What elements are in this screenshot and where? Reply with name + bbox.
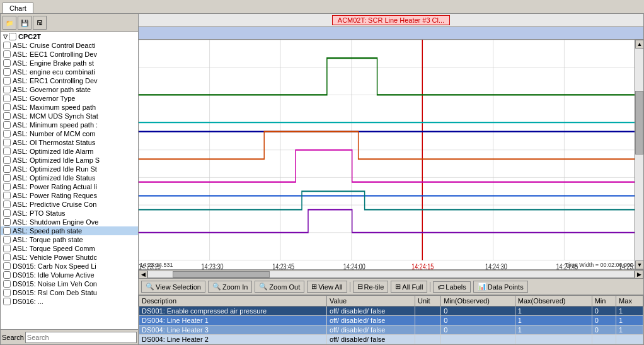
table-cell [415, 307, 441, 316]
h-scroll-left-btn[interactable]: ◀ [139, 270, 147, 279]
tree-item[interactable]: ASL: Vehicle Power Shutdc [1, 253, 138, 262]
tree-item-checkbox[interactable] [3, 86, 11, 93]
save-as-icon[interactable]: 🖫 [33, 16, 47, 30]
tree-item[interactable]: DS015: Idle Volume Active [1, 271, 138, 279]
tree-item-checkbox[interactable] [3, 227, 11, 235]
table-row[interactable]: DS004: Line Heater 3off/ disabled/ false… [139, 325, 643, 335]
tree-item[interactable]: ASL: EEC1 Controlling Dev [1, 50, 138, 59]
tree-item-checkbox[interactable] [3, 209, 11, 217]
tree-item[interactable]: ASL: Engine Brake path st [1, 59, 138, 67]
data-points-btn[interactable]: 📊 Data Points [473, 281, 528, 293]
search-input[interactable] [25, 332, 137, 343]
tree-item[interactable]: ASL: Torque Speed Comm [1, 244, 138, 253]
chart-tab[interactable]: Chart [3, 3, 33, 13]
tree-root[interactable]: ▽ CPC2T [1, 32, 138, 41]
view-all-btn[interactable]: ⊞ View All [307, 281, 347, 293]
tree-item-checkbox[interactable] [3, 183, 11, 190]
table-cell: 0 [592, 316, 616, 325]
tree-item-checkbox[interactable] [3, 201, 11, 208]
tree-item-checkbox[interactable] [3, 271, 11, 279]
v-scroll-thumb[interactable] [635, 91, 643, 155]
tree-item-checkbox[interactable] [3, 139, 11, 146]
tree-item-checkbox[interactable] [3, 103, 11, 111]
v-scrollbar[interactable]: ▲ ▼ [635, 40, 643, 269]
labels-btn[interactable]: 🏷 Labels [433, 281, 470, 293]
tree-item[interactable]: ASL: PTO Status [1, 209, 138, 218]
h-scroll-right-btn[interactable]: ▶ [635, 270, 643, 279]
view-selection-btn[interactable]: 🔍 View Selection [141, 281, 205, 293]
tree-item[interactable]: ASL: Optimized Idle Run St [1, 165, 138, 173]
tree-item[interactable]: ASL: Number of MCM com [1, 129, 138, 138]
v-scroll-down-btn[interactable]: ▼ [635, 260, 643, 269]
table-cell: 0 [441, 307, 515, 316]
tree-item[interactable]: DS015: Carb Nox Speed Li [1, 262, 138, 271]
tree-item[interactable]: ASL: Minimum speed path : [1, 120, 138, 129]
tree-item[interactable]: ASL: Power Rating Reques [1, 191, 138, 200]
tree-item-checkbox[interactable] [3, 245, 11, 252]
tree-item[interactable]: ASL: Speed path state [1, 226, 138, 235]
table-row[interactable]: DS004: Line Heater 2off/ disabled/ false [139, 335, 643, 344]
tree-item-checkbox[interactable] [3, 262, 11, 270]
root-checkbox[interactable] [9, 33, 16, 40]
tree-item[interactable]: ASL: Governor Type [1, 94, 138, 103]
tree-item-checkbox[interactable] [3, 298, 11, 305]
table-header-cell: Unit [415, 296, 441, 307]
tree-item-checkbox[interactable] [3, 112, 11, 120]
all-full-btn[interactable]: ⊞ All Full [391, 281, 427, 293]
tree-item[interactable]: DS015: Rsl Com Deb Statu [1, 288, 138, 297]
tree-item[interactable]: ASL: Torque path state [1, 235, 138, 244]
save-icon[interactable]: 💾 [18, 16, 32, 30]
tree-item[interactable]: ASL: Optimized Idle Lamp S [1, 156, 138, 165]
tree-item-checkbox[interactable] [3, 218, 11, 226]
h-scroll-thumb[interactable] [173, 271, 270, 278]
tree-item-checkbox[interactable] [3, 121, 11, 129]
zoom-out-icon: 🔍 [259, 283, 268, 291]
tree-item[interactable]: ASL: Optimized Idle Status [1, 173, 138, 182]
table-cell [592, 335, 616, 344]
h-scrollbar[interactable]: ◀ ▶ [139, 269, 643, 278]
chart-header-band [139, 27, 643, 40]
tree-item[interactable]: ASL: engine ecu combinati [1, 67, 138, 76]
tree-item[interactable]: ASL: OI Thermostat Status [1, 138, 138, 147]
tree-item-label: ASL: Speed path state [13, 227, 82, 235]
h-scroll-track[interactable] [147, 271, 635, 278]
tree-item[interactable]: DS015: Noise Lim Veh Con [1, 279, 138, 288]
tree-item[interactable]: ASL: Cruise Control Deacti [1, 41, 138, 50]
tree-item[interactable]: ASL: ERC1 Controlling Dev [1, 76, 138, 85]
table-row[interactable]: DS001: Enable compressed air pressureoff… [139, 307, 643, 316]
tree-item-checkbox[interactable] [3, 165, 11, 173]
tree-item[interactable]: ASL: Optimized Idle Alarm [1, 147, 138, 156]
tree-item-checkbox[interactable] [3, 156, 11, 164]
tree-item-checkbox[interactable] [3, 289, 11, 296]
zoom-out-btn[interactable]: 🔍 Zoom Out [255, 281, 304, 293]
tree-item-checkbox[interactable] [3, 77, 11, 85]
tree-item-checkbox[interactable] [3, 95, 11, 102]
tree-item-checkbox[interactable] [3, 68, 11, 76]
tree-item[interactable]: ASL: Governor path state [1, 85, 138, 94]
tree-item-checkbox[interactable] [3, 192, 11, 199]
zoom-in-btn[interactable]: 🔍 Zoom In [208, 281, 252, 293]
tree-item-checkbox[interactable] [3, 42, 11, 49]
tree-item[interactable]: ASL: Power Rating Actual li [1, 182, 138, 191]
tree-item[interactable]: ASL: Shutdown Engine Ove [1, 218, 138, 226]
tree-item-checkbox[interactable] [3, 174, 11, 182]
tree-item-checkbox[interactable] [3, 130, 11, 137]
chart-main: 14:23:15 14:23:30 14:23:45 14:24:00 14:2… [139, 40, 635, 269]
tree-item-checkbox[interactable] [3, 50, 11, 58]
tree-item-checkbox[interactable] [3, 280, 11, 288]
tree-item-checkbox[interactable] [3, 59, 11, 67]
v-scroll-track[interactable] [635, 49, 643, 260]
tree-item[interactable]: ASL: MCM UDS Synch Stat [1, 112, 138, 120]
tree-item[interactable]: DS016: ... [1, 297, 138, 306]
tree-item-checkbox[interactable] [3, 254, 11, 261]
tree-item[interactable]: ASL: Maximum speed path [1, 103, 138, 112]
tree-item-checkbox[interactable] [3, 148, 11, 155]
view-selection-label: View Selection [156, 283, 201, 291]
folder-icon[interactable]: 📁 [3, 16, 16, 30]
table-row[interactable]: DS004: Line Heater 1off/ disabled/ false… [139, 316, 643, 325]
tree-item-checkbox[interactable] [3, 236, 11, 243]
tree-item[interactable]: ASL: Predictive Cruise Con [1, 200, 138, 209]
v-scroll-up-btn[interactable]: ▲ [635, 40, 643, 49]
labels-label: Labels [446, 283, 466, 291]
retile-btn[interactable]: ⊟ Re-tile [353, 281, 389, 293]
